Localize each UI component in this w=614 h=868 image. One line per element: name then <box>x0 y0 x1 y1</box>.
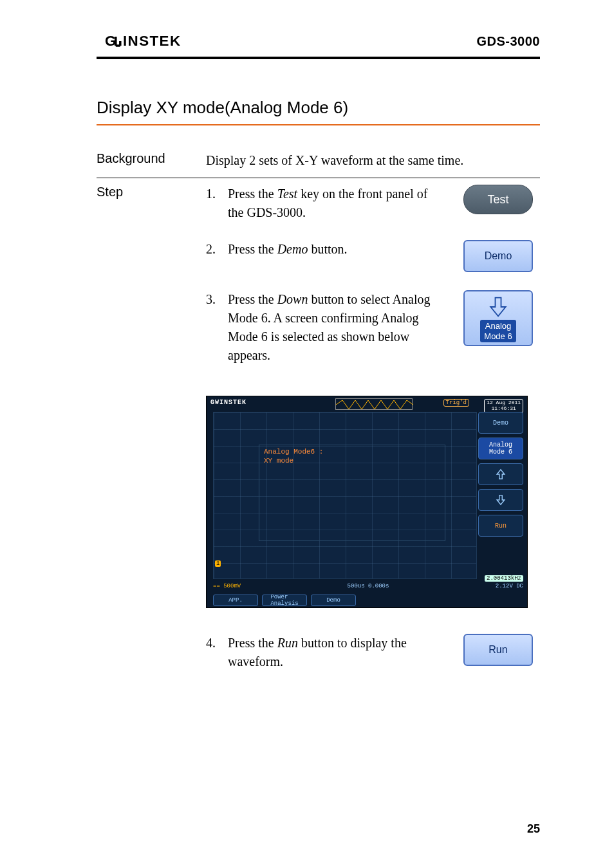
down-analog-button[interactable]: AnalogMode 6 <box>463 290 533 346</box>
scope-side-down[interactable] <box>478 489 523 511</box>
up-arrow-icon <box>495 468 507 480</box>
run-button[interactable]: Run <box>463 634 533 666</box>
step-2-text: Press the Demo button. <box>228 240 443 259</box>
demo-button[interactable]: Demo <box>463 240 533 272</box>
scope-side-run[interactable]: Run <box>478 515 523 537</box>
step-1-text: Press the Test key on the front panel of… <box>228 185 443 222</box>
test-button[interactable]: Test <box>463 185 533 214</box>
scope-soft-app[interactable]: APP. <box>213 595 258 606</box>
scope-freq: 2.00413kHz <box>485 575 523 582</box>
step-3-text: Press the Down button to select Analog M… <box>228 290 443 365</box>
scope-ch-mid: 500us 0.000s <box>348 583 389 592</box>
step-3-pre: Press the <box>228 292 277 306</box>
background-text: Display 2 sets of X-Y waveform at the sa… <box>206 151 540 170</box>
page-number: 25 <box>527 822 540 836</box>
step-2-pre: Press the <box>228 242 277 256</box>
step-4-key: Run <box>277 636 298 650</box>
step-3-key: Down <box>277 292 308 306</box>
scope-ch-right: 2.12V DC <box>496 583 523 592</box>
down-arrow-icon <box>495 494 507 506</box>
section-divider <box>97 124 540 125</box>
step-1-key: Test <box>277 187 298 201</box>
header-divider <box>97 57 540 59</box>
scope-grid: Analog Mode6 :XY mode 1 <box>213 412 477 579</box>
step-1-pre: Press the <box>228 187 277 201</box>
brand-logo: G INSTEK <box>97 32 212 50</box>
svg-text:INSTEK: INSTEK <box>123 33 181 49</box>
scope-side-demo[interactable]: Demo <box>478 412 523 434</box>
waveform-thumb <box>335 398 413 410</box>
scope-soft-demo[interactable]: Demo <box>311 595 356 606</box>
step-4-text: Press the Run button to display the wave… <box>228 634 443 671</box>
scope-side-analog[interactable]: Analog Mode 6 <box>478 438 523 459</box>
scope-screenshot: GWINSTEK Trig'd 12 Aug 201111:46:31 Anal… <box>206 396 528 608</box>
down-arrow-icon <box>487 295 510 319</box>
analog-mode6-label: AnalogMode 6 <box>480 320 516 342</box>
step-2-post: button. <box>308 242 347 256</box>
step-2-key: Demo <box>277 242 308 256</box>
model-label: GDS-3000 <box>477 34 541 49</box>
scope-soft-power[interactable]: Power Analysis <box>262 595 307 606</box>
scope-mode-label: Analog Mode6 :XY mode <box>264 447 323 466</box>
section-title: Display XY mode(Analog Mode 6) <box>97 98 540 118</box>
trig-status: Trig'd <box>443 399 469 407</box>
scope-side-up[interactable] <box>478 463 523 485</box>
scope-brand: GWINSTEK <box>210 399 247 406</box>
row-label-step: Step <box>97 185 206 199</box>
scope-datetime: 12 Aug 201111:46:31 <box>484 399 523 413</box>
step-4-pre: Press the <box>228 636 277 650</box>
scope-ch-left: == 500mV <box>213 583 241 592</box>
ch1-indicator: 1 <box>215 560 221 567</box>
row-label-background: Background <box>97 151 206 166</box>
